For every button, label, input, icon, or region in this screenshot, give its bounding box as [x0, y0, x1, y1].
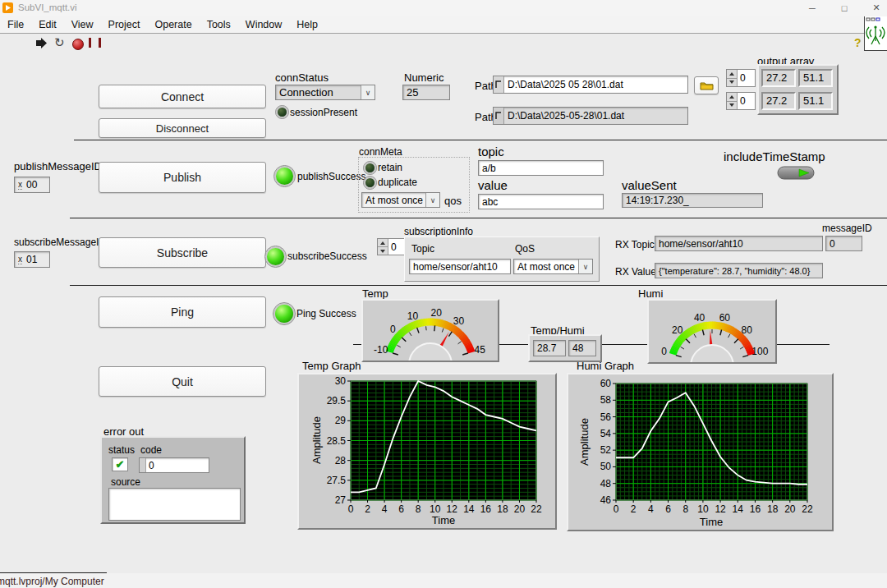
message-id-out-indicator: 0 — [825, 236, 862, 251]
run-continuously-icon[interactable]: ↻ — [54, 35, 65, 50]
subscribe-message-id-control[interactable]: x 01 — [14, 251, 50, 268]
svg-text:27: 27 — [335, 494, 347, 506]
svg-text:20: 20 — [431, 307, 443, 319]
error-out-cluster: status code ✔ 0 source — [100, 436, 246, 524]
svg-text:48: 48 — [600, 478, 612, 489]
svg-text:50: 50 — [600, 461, 612, 472]
numeric-control[interactable]: 25 — [402, 85, 450, 100]
project-context[interactable]: mqtt.lvproj/My Computer — [0, 576, 104, 587]
menu-operate[interactable]: Operate — [147, 19, 199, 30]
chevron-down-icon[interactable]: ∨ — [425, 193, 439, 207]
svg-text:10: 10 — [697, 503, 709, 515]
temp-gauge: -10010203045 — [361, 299, 499, 362]
run-icon[interactable] — [36, 38, 48, 48]
error-status-label: status — [108, 444, 135, 456]
svg-text:30: 30 — [453, 315, 465, 327]
svg-text:80: 80 — [742, 324, 753, 336]
radix-indicator[interactable]: x — [18, 255, 22, 264]
output-array-index-1[interactable]: 0 — [726, 92, 756, 110]
svg-text:58: 58 — [600, 394, 612, 406]
decrement-icon[interactable] — [378, 247, 388, 255]
numeric-label: Numeric — [404, 71, 444, 84]
chevron-down-icon[interactable]: ∨ — [578, 260, 592, 273]
svg-text:10: 10 — [407, 310, 419, 322]
conn-meta-label: connMeta — [359, 146, 402, 158]
context-help-icon[interactable]: ? — [854, 36, 862, 49]
subscription-index-spinner[interactable]: 0 — [377, 238, 405, 255]
temp-gauge-dial: -10010203045 — [363, 301, 498, 361]
svg-text:6: 6 — [398, 503, 404, 515]
decrement-icon[interactable] — [727, 79, 737, 87]
humi-graph-label: Humi Graph — [577, 360, 634, 372]
subscription-topic-input[interactable]: home/sensor/aht10 — [409, 259, 511, 274]
publish-success-label: publishSuccess — [297, 171, 365, 182]
subscription-info-label: subscriptionInfo — [404, 226, 473, 237]
conn-status-label: connStatus — [275, 71, 329, 84]
svg-text:16: 16 — [480, 503, 492, 515]
include-timestamp-switch[interactable] — [777, 166, 815, 180]
title-bar: SubVI_mqtt.vi ─ □ ✕ — [0, 0, 887, 16]
svg-text:4: 4 — [648, 503, 654, 515]
svg-text:12: 12 — [715, 503, 726, 515]
publish-button[interactable]: Publish — [99, 162, 266, 193]
svg-text:54: 54 — [600, 428, 612, 439]
menu-help[interactable]: Help — [289, 19, 325, 30]
svg-text:27.5: 27.5 — [327, 475, 347, 486]
temp-graph-label: Temp Graph — [302, 360, 361, 372]
conn-status-dropdown[interactable]: Connection ∨ — [275, 85, 375, 100]
svg-text:14: 14 — [733, 503, 744, 515]
value-input[interactable]: abc — [478, 194, 604, 209]
separator-wire — [74, 140, 887, 140]
vi-icon — [864, 16, 887, 51]
ping-success-label: Ping Success — [296, 308, 356, 319]
ping-button[interactable]: Ping — [99, 296, 266, 328]
subscription-qos-dropdown[interactable]: At most once ∨ — [513, 259, 593, 274]
quit-button[interactable]: Quit — [99, 366, 266, 397]
menu-edit[interactable]: Edit — [31, 19, 64, 30]
menu-project[interactable]: Project — [101, 19, 148, 30]
rx-topic-label: RX Topic — [615, 239, 655, 250]
path1-control[interactable]: D:\Data\2025 05 28\01.dat — [493, 76, 688, 94]
output-array-index-0[interactable]: 0 — [726, 69, 756, 87]
disconnect-button[interactable]: Disconnect — [99, 118, 266, 138]
publish-message-id-control[interactable]: x 00 — [14, 177, 50, 193]
increment-icon[interactable] — [727, 93, 737, 102]
svg-text:56: 56 — [600, 411, 612, 423]
window-title: SubVI_mqtt.vi — [18, 2, 77, 12]
menu-tools[interactable]: Tools — [200, 19, 238, 30]
temp-humi-indicator: 28.7 48 — [528, 334, 602, 362]
duplicate-label: duplicate — [378, 177, 417, 188]
retain-label: retain — [378, 162, 402, 173]
decrement-icon[interactable] — [727, 102, 737, 110]
svg-text:16: 16 — [750, 503, 761, 515]
qos-dropdown[interactable]: At most once ∨ — [361, 192, 440, 208]
browse-path-button[interactable] — [694, 76, 719, 94]
abort-icon[interactable] — [72, 39, 84, 50]
svg-text:10: 10 — [430, 503, 441, 515]
duplicate-led[interactable] — [364, 177, 376, 189]
error-code-indicator: 0 — [139, 457, 209, 473]
minimize-button[interactable]: ─ — [802, 0, 823, 16]
close-button[interactable]: ✕ — [866, 0, 887, 16]
increment-icon[interactable] — [378, 239, 388, 247]
svg-text:20: 20 — [672, 324, 683, 336]
subscribe-button[interactable]: Subscribe — [99, 237, 266, 268]
menu-file[interactable]: File — [0, 19, 31, 30]
increment-icon[interactable] — [727, 70, 737, 79]
toolbar: ↻ ? — [0, 34, 887, 51]
topic-input[interactable]: a/b — [478, 160, 604, 176]
menu-window[interactable]: Window — [238, 19, 289, 30]
pause-icon[interactable] — [89, 38, 101, 48]
svg-text:-10: -10 — [374, 344, 388, 356]
svg-text:60: 60 — [719, 312, 731, 324]
humi-gauge-label: Humi — [638, 287, 663, 300]
radix-indicator[interactable]: x — [18, 181, 22, 190]
svg-text:8: 8 — [682, 503, 688, 515]
svg-text:22: 22 — [531, 503, 542, 515]
chevron-down-icon[interactable]: ∨ — [361, 85, 375, 99]
svg-text:6: 6 — [665, 503, 671, 515]
maximize-button[interactable]: □ — [834, 0, 855, 16]
connect-button[interactable]: Connect — [99, 85, 266, 108]
retain-led[interactable] — [364, 162, 376, 174]
menu-view[interactable]: View — [64, 19, 101, 30]
